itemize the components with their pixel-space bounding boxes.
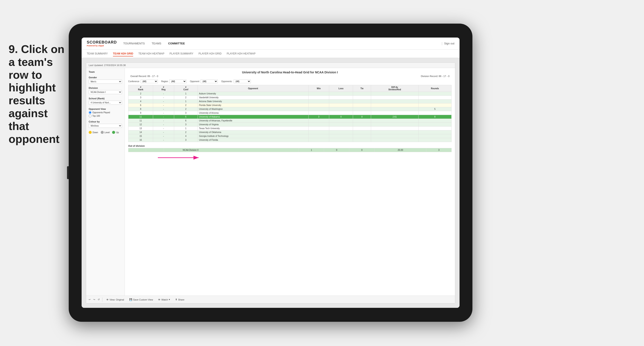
view-original-btn[interactable]: 👁 View: Original — [105, 298, 126, 301]
opponent-filter-group: Opponent (All) — [190, 80, 218, 83]
cell-opponent: Arizona State University — [198, 99, 308, 103]
cell-loss — [329, 134, 353, 138]
refresh-icon[interactable]: ↺ — [98, 298, 100, 301]
table-row[interactable]: 3-2Vanderbilt University — [128, 96, 452, 99]
cell-win — [308, 111, 329, 115]
cell-rounds — [418, 134, 452, 138]
cell-opponent: Vanderbilt University — [198, 96, 308, 99]
table-row[interactable]: 4-1Arizona State University — [128, 99, 452, 103]
cell-loss — [329, 107, 353, 111]
gender-select[interactable]: Men's — [89, 80, 122, 84]
cell-rank: 6 — [128, 103, 153, 107]
watch-btn[interactable]: 👁 Watch ▾ — [157, 298, 171, 301]
data-area: University of North Carolina Head-to-Hea… — [125, 68, 455, 296]
cell-tie — [353, 138, 371, 142]
cell-opponent: Auburn University — [198, 92, 308, 96]
cell-rounds — [418, 103, 452, 107]
table-row[interactable]: 13-1Texas Tech University — [128, 127, 452, 130]
table-row[interactable]: 11-6University of Arkansas, Fayetteville — [128, 119, 452, 123]
tab-team-h2h-heatmap[interactable]: TEAM H2H HEATMAP — [138, 51, 164, 56]
out-cell: 1 — [299, 148, 324, 152]
nav-tournaments[interactable]: TOURNAMENTS — [123, 41, 145, 46]
cell-conf: 2 — [174, 96, 198, 99]
division-select[interactable]: NCAA Division I — [89, 90, 122, 94]
colour-by-section: Colour by Win/loss — [89, 120, 122, 128]
cell-tie — [353, 130, 371, 134]
opponent-filter-select[interactable]: (All) — [200, 80, 218, 83]
tab-team-h2h-grid[interactable]: TEAM H2H GRID — [113, 51, 133, 56]
nav-teams[interactable]: TEAMS — [152, 41, 161, 46]
school-select[interactable]: 4 University of Nort... — [89, 101, 122, 105]
cell-opponent: University of Arizona — [198, 111, 308, 115]
out-of-division-table: NCAA Division II10026.003 — [128, 148, 452, 152]
cell-tie — [353, 92, 371, 96]
cell-win — [308, 127, 329, 130]
school-rank-label: School (Rank) — [89, 97, 122, 100]
cell-rank: 2 — [128, 92, 153, 96]
out-cell: NCAA Division II — [181, 148, 299, 152]
cell-tie — [353, 119, 371, 123]
cell-conf: 1 — [174, 92, 198, 96]
table-row[interactable]: 16-3University of Florida — [128, 138, 452, 142]
region-filter-select[interactable]: (All) — [169, 80, 186, 83]
cell-win — [308, 96, 329, 99]
conference-filter-group: Conference (All) — [128, 80, 158, 83]
table-row[interactable]: 9-3University of Arizona — [128, 111, 452, 115]
conference-filter-select[interactable]: (All) — [141, 80, 158, 83]
tab-player-h2h-heatmap[interactable]: PLAYER H2H HEATMAP — [227, 51, 256, 56]
cell-reg: - — [153, 138, 174, 142]
cell-opponent: University of Washington — [198, 107, 308, 111]
cell-conf: 6 — [174, 119, 198, 123]
undo-icon[interactable]: ↩ — [89, 298, 90, 301]
cell-win — [308, 119, 329, 123]
opponents-filter-select[interactable]: (All) — [234, 80, 251, 83]
cell-reg: - — [153, 115, 174, 119]
tab-team-summary[interactable]: TEAM SUMMARY — [87, 51, 108, 56]
col-opponent: Opponent — [198, 85, 308, 92]
share-icon: ⬆ — [175, 298, 177, 301]
opponent-filter-label: Opponent — [190, 80, 199, 83]
gender-label: Gender — [89, 76, 122, 79]
out-of-division-row[interactable]: NCAA Division II10026.003 — [128, 148, 452, 152]
opponents-filter-group: Opponents: (All) — [221, 80, 251, 83]
cell-diff — [371, 111, 418, 115]
cell-win — [308, 130, 329, 134]
cell-rank: 16 — [128, 138, 153, 142]
cell-diff — [371, 103, 418, 107]
cell-diff — [371, 138, 418, 142]
share-btn[interactable]: ⬆ Share — [174, 298, 186, 301]
view-icon: 👁 — [106, 298, 109, 301]
nav-committee[interactable]: COMMITTEE — [168, 41, 185, 46]
table-row[interactable]: 12-3University of Virginia — [128, 123, 452, 127]
table-row[interactable]: 2-1Auburn University — [128, 92, 452, 96]
h2h-table: #Rank #Reg #Conf Opponent Win Loss Tie D… — [128, 85, 452, 142]
top100-radio[interactable]: Top 100 — [89, 115, 122, 117]
col-rank: #Rank — [128, 85, 153, 92]
cell-loss — [329, 123, 353, 127]
legend-level-dot — [101, 131, 104, 134]
table-row[interactable]: 15-4Georgia Institute of Technology — [128, 134, 452, 138]
logo-text: SCOREBOARD — [87, 40, 117, 45]
sign-out-link[interactable]: Sign out — [444, 42, 454, 45]
colour-by-select[interactable]: Win/loss — [89, 124, 122, 128]
instruction-body: Click on a team's row to highlight resul… — [8, 43, 64, 145]
table-row[interactable]: 8-2University of Washington5 — [128, 107, 452, 111]
opponents-played-radio[interactable]: Opponents Played — [89, 111, 122, 114]
viz-top-bar: Last Updated: 27/03/2024 16:55:38 — [86, 63, 455, 68]
cell-diff — [371, 123, 418, 127]
save-custom-view-btn[interactable]: 💾 Save Custom View — [128, 298, 154, 301]
legend: Down Level Up — [89, 131, 122, 134]
tablet-screen: SCOREBOARD Powered by clippd TOURNAMENTS… — [82, 37, 460, 308]
tab-player-summary[interactable]: PLAYER SUMMARY — [170, 51, 194, 56]
table-row[interactable]: 11-5University of Alabama3002.618 — [128, 115, 452, 119]
logo-area: SCOREBOARD Powered by clippd — [87, 40, 117, 47]
tab-player-h2h-grid[interactable]: PLAYER H2H GRID — [199, 51, 222, 56]
redo-icon[interactable]: ↪ — [93, 298, 95, 301]
logo-powered: Powered by clippd — [87, 45, 117, 47]
table-row[interactable]: 6-2Florida State University — [128, 103, 452, 107]
cell-diff — [371, 92, 418, 96]
cell-reg: - — [153, 92, 174, 96]
table-row[interactable]: 14-2University of Oklahoma — [128, 130, 452, 134]
out-cell — [164, 148, 181, 152]
cell-rounds — [418, 99, 452, 103]
